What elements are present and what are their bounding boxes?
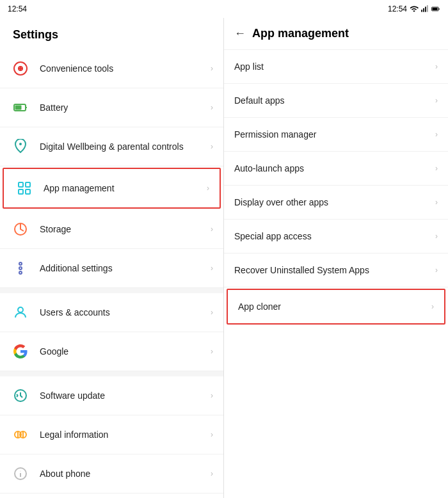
recover-chevron: › [435,266,438,275]
svg-rect-0 [421,10,422,12]
additional-chevron: › [211,264,213,273]
status-bar-right: 12:54 [224,0,448,18]
battery-label: Battery [40,102,211,113]
svg-rect-12 [26,182,30,187]
battery-chevron: › [211,103,213,112]
google-label: Google [40,346,211,357]
legal-chevron: › [211,430,213,439]
right-time: 12:54 [388,4,407,13]
wellbeing-chevron: › [211,142,213,151]
right-status-icons [410,4,440,13]
legal-icon [10,424,31,445]
battery-settings-icon [10,97,31,118]
battery-icon [431,4,440,13]
menu-item-default-apps[interactable]: Default apps › [224,84,448,118]
settings-item-legal[interactable]: Legal information › [0,415,223,454]
svg-rect-1 [423,8,424,12]
settings-item-storage[interactable]: Storage › [0,210,223,249]
svg-point-17 [19,267,22,269]
special-access-label: Special app access [234,231,435,241]
back-button[interactable]: ← [234,27,246,40]
additional-icon [10,258,31,278]
software-label: Software update [40,390,211,401]
app-cloner-chevron: › [431,302,434,311]
settings-item-google[interactable]: Google › [0,332,223,371]
storage-chevron: › [211,225,213,234]
svg-point-19 [18,307,23,312]
signal-icon [420,4,429,13]
settings-item-software[interactable]: Software update › [0,376,223,415]
settings-item-additional[interactable]: Additional settings › [0,249,223,288]
default-apps-chevron: › [435,96,438,105]
recover-label: Recover Uninstalled System Apps [234,265,435,275]
storage-icon [10,219,31,239]
app-management-chevron: › [207,184,209,193]
legal-label: Legal information [40,429,211,440]
google-icon [10,341,31,362]
default-apps-label: Default apps [234,95,435,106]
status-bar-left: 12:54 [0,0,224,18]
svg-rect-11 [19,182,23,187]
special-access-chevron: › [435,232,438,241]
app-cloner-label: App cloner [238,301,431,312]
left-time: 12:54 [8,4,27,13]
app-management-label: App management [44,182,207,194]
permission-manager-label: Permission manager [234,129,435,140]
software-chevron: › [211,391,213,400]
convenience-chevron: › [211,64,213,73]
about-label: About phone [40,468,211,479]
app-list-label: App list [234,61,435,72]
svg-point-18 [19,271,22,274]
storage-label: Storage [40,223,211,235]
menu-item-app-list[interactable]: App list › [224,50,448,84]
panel-header: ← App management [224,18,448,50]
svg-rect-2 [425,7,426,12]
settings-item-wellbeing[interactable]: Digital Wellbeing & parental controls › [0,127,223,166]
auto-launch-chevron: › [435,164,438,173]
display-over-chevron: › [435,198,438,207]
divider-2 [0,371,223,376]
settings-item-about[interactable]: About phone › [0,454,223,494]
app-management-icon [14,178,35,198]
settings-item-battery[interactable]: Battery › [0,88,223,127]
users-label: Users & accounts [40,307,211,318]
google-chevron: › [211,347,213,356]
wifi-icon [410,4,419,13]
users-chevron: › [211,308,213,317]
settings-item-convenience[interactable]: Convenience tools › [0,49,223,88]
svg-point-10 [19,143,22,145]
menu-item-display-over[interactable]: Display over other apps › [224,186,448,220]
svg-point-24 [20,471,21,472]
settings-panel: Settings Convenience tools › [0,18,224,498]
wellbeing-label: Digital Wellbeing & parental controls [40,141,211,152]
status-bar: 12:54 12:54 [0,0,448,18]
software-icon [10,385,31,406]
app-management-panel: ← App management App list › Default apps… [224,18,448,498]
divider-1 [0,288,223,293]
permission-manager-chevron: › [435,130,438,139]
settings-title: Settings [0,18,223,49]
settings-item-app-management[interactable]: App management › [3,168,221,209]
svg-rect-13 [19,189,23,194]
svg-rect-5 [432,8,437,10]
menu-item-auto-launch[interactable]: Auto-launch apps › [224,152,448,186]
menu-item-permission-manager[interactable]: Permission manager › [224,118,448,152]
main-content: Settings Convenience tools › [0,18,448,498]
convenience-label: Convenience tools [40,63,211,74]
additional-label: Additional settings [40,262,211,274]
menu-item-app-cloner[interactable]: App cloner › [227,289,445,325]
svg-point-16 [19,262,22,265]
about-icon [10,463,31,484]
users-icon [10,302,31,323]
app-list-chevron: › [435,62,438,71]
wellbeing-icon [10,136,31,157]
menu-item-recover[interactable]: Recover Uninstalled System Apps › [224,253,448,287]
auto-launch-label: Auto-launch apps [234,163,435,173]
panel-title: App management [252,27,349,40]
menu-item-special-access[interactable]: Special app access › [224,220,448,253]
svg-rect-3 [427,5,428,12]
about-chevron: › [211,469,213,478]
svg-rect-14 [26,189,30,194]
svg-rect-9 [15,106,22,110]
settings-item-users[interactable]: Users & accounts › [0,293,223,332]
